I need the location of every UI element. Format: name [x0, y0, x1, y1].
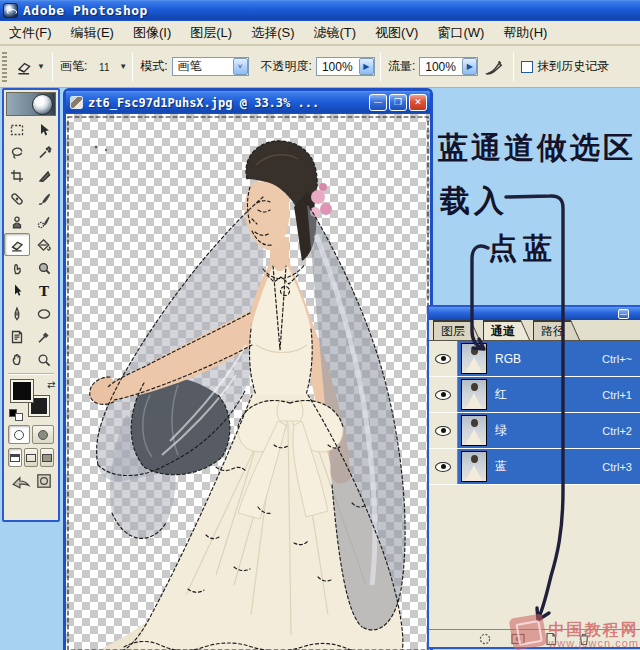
swap-colors-icon[interactable]: ⇄: [47, 379, 55, 390]
menu-layer[interactable]: 图层(L): [181, 21, 242, 45]
crop-tool[interactable]: [4, 164, 30, 187]
standard-screen-button[interactable]: [8, 448, 22, 467]
history-brush-tool[interactable]: [31, 210, 57, 233]
channel-shortcut: Ctrl+1: [602, 389, 632, 401]
channel-thumbnail[interactable]: [461, 451, 487, 482]
magic-wand-tool[interactable]: [31, 141, 57, 164]
erase-to-history-toggle[interactable]: 抹到历史记录: [519, 58, 609, 75]
path-selection-tool[interactable]: [4, 279, 30, 302]
document-titlebar[interactable]: zt6_Fsc97d1PuhsX.jpg @ 33.3% ... — ❐ ✕: [66, 91, 430, 114]
opacity-arrow-icon[interactable]: ▶: [359, 58, 374, 75]
options-grip[interactable]: [2, 52, 7, 82]
mode-value: 画笔: [178, 58, 230, 75]
brush-tool[interactable]: [31, 187, 57, 210]
delete-channel-icon[interactable]: [576, 632, 592, 646]
channel-row-rgb[interactable]: RGB Ctrl+~: [429, 341, 640, 377]
eye-icon: [435, 426, 451, 436]
channel-row-blue[interactable]: 蓝 Ctrl+3: [429, 449, 640, 485]
channel-row-red[interactable]: 红 Ctrl+1: [429, 377, 640, 413]
default-colors-icon[interactable]: [9, 409, 23, 421]
jump-arrow-icon[interactable]: [10, 472, 32, 490]
new-channel-icon[interactable]: [543, 632, 559, 646]
close-button[interactable]: ✕: [409, 94, 427, 111]
brush-size-picker[interactable]: 11: [91, 61, 117, 73]
foreground-color-swatch[interactable]: [11, 380, 33, 402]
mode-label: 模式:: [140, 58, 167, 75]
bride-image: [66, 114, 430, 650]
flow-input[interactable]: 100% ▶: [419, 57, 478, 76]
eraser-preset-button[interactable]: ▼: [11, 58, 47, 76]
tab-channels[interactable]: 通道: [483, 320, 530, 340]
fullscreen-menubar-button[interactable]: [24, 448, 38, 467]
visibility-toggle[interactable]: [429, 341, 458, 376]
notes-tool[interactable]: [4, 325, 30, 348]
visibility-toggle[interactable]: [429, 449, 458, 484]
eyedropper-tool[interactable]: [31, 325, 57, 348]
slice-tool[interactable]: [31, 164, 57, 187]
toolbox-palette: T ⇄: [2, 88, 60, 522]
channel-thumbnail[interactable]: [461, 415, 487, 446]
lasso-tool[interactable]: [4, 141, 30, 164]
options-separator: [513, 52, 514, 82]
document-canvas[interactable]: [66, 114, 430, 650]
pen-tool[interactable]: [4, 302, 30, 325]
channels-palette: — 图层 通道 路径 RGB Ctrl+~ 红 Ctrl+1: [427, 305, 640, 649]
channel-row-green[interactable]: 绿 Ctrl+2: [429, 413, 640, 449]
options-separator: [380, 52, 381, 82]
maximize-button[interactable]: ❐: [389, 94, 407, 111]
type-tool[interactable]: T: [31, 279, 57, 302]
load-channel-as-selection-icon[interactable]: [477, 632, 493, 646]
chevron-down-icon[interactable]: ▼: [119, 62, 127, 71]
fullscreen-button[interactable]: [40, 448, 54, 467]
menu-edit[interactable]: 编辑(E): [62, 21, 124, 45]
eraser-tool[interactable]: [4, 233, 30, 256]
flow-arrow-icon[interactable]: ▶: [462, 58, 477, 75]
menu-view[interactable]: 视图(V): [366, 21, 428, 45]
channel-thumbnail[interactable]: [461, 343, 487, 374]
shape-tool[interactable]: [31, 302, 57, 325]
opacity-input[interactable]: 100% ▶: [316, 57, 375, 76]
channel-thumbnail[interactable]: [461, 379, 487, 410]
dodge-tool[interactable]: [31, 256, 57, 279]
paint-bucket-tool[interactable]: [31, 233, 57, 256]
channel-shortcut: Ctrl+2: [602, 425, 632, 437]
menu-image[interactable]: 图像(I): [124, 21, 181, 45]
menu-filter[interactable]: 滤镜(T): [304, 21, 366, 45]
palette-minimize-button[interactable]: —: [618, 309, 629, 319]
zoom-tool[interactable]: [31, 348, 57, 371]
hand-tool[interactable]: [4, 348, 30, 371]
options-separator: [132, 52, 133, 82]
mode-combobox[interactable]: 画笔 ˅: [172, 57, 249, 76]
menu-help[interactable]: 帮助(H): [494, 21, 557, 45]
standard-mode-button[interactable]: [8, 425, 30, 444]
minimize-button[interactable]: —: [369, 94, 387, 111]
clone-stamp-tool[interactable]: [4, 210, 30, 233]
tab-layers[interactable]: 图层: [433, 320, 480, 340]
screen-mode-row: [5, 446, 57, 469]
color-swatch-area: ⇄: [5, 377, 57, 423]
combo-arrow-icon[interactable]: ˅: [233, 58, 248, 75]
palette-titlebar[interactable]: —: [429, 307, 640, 320]
app-titlebar: Adobe Photoshop: [0, 0, 640, 21]
tab-paths[interactable]: 路径: [533, 320, 580, 340]
menu-window[interactable]: 窗口(W): [428, 21, 494, 45]
opacity-value: 100%: [322, 60, 356, 74]
photoshop-app: Adobe Photoshop 文件(F) 编辑(E) 图像(I) 图层(L) …: [0, 0, 640, 650]
annotation-title: 蓝通道做选区: [437, 130, 636, 165]
move-tool[interactable]: [31, 118, 57, 141]
save-selection-as-channel-icon[interactable]: [510, 632, 526, 646]
options-separator: [52, 52, 53, 82]
healing-brush-tool[interactable]: [4, 187, 30, 210]
airbrush-icon[interactable]: [481, 57, 505, 77]
visibility-toggle[interactable]: [429, 377, 458, 412]
menu-select[interactable]: 选择(S): [242, 21, 304, 45]
smudge-tool[interactable]: [4, 256, 30, 279]
adobe-online-banner[interactable]: [6, 92, 56, 116]
checkbox-icon[interactable]: [521, 61, 533, 73]
quick-mask-mode-button[interactable]: [32, 425, 54, 444]
imageready-icon[interactable]: [35, 472, 53, 490]
rectangular-marquee-tool[interactable]: [4, 118, 30, 141]
eraser-icon: [13, 58, 35, 76]
menu-file[interactable]: 文件(F): [0, 21, 62, 45]
visibility-toggle[interactable]: [429, 413, 458, 448]
